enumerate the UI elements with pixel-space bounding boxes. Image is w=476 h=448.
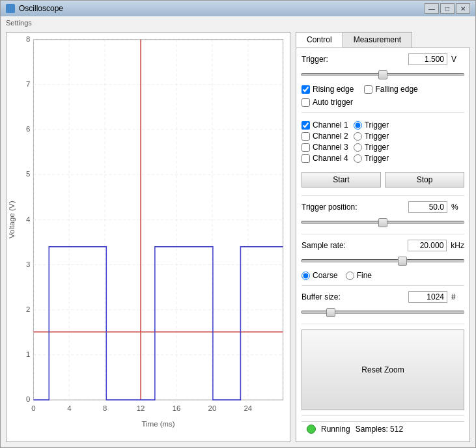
- rising-edge-item: Rising edge: [301, 85, 354, 94]
- start-stop-row: Start Stop: [301, 172, 464, 188]
- samples-label: Samples: 512: [356, 425, 403, 434]
- channel1-checkbox[interactable]: [301, 121, 310, 130]
- reset-zoom-button[interactable]: Reset Zoom: [301, 329, 464, 410]
- sample-rate-input[interactable]: [408, 240, 447, 251]
- trigger-position-thumb[interactable]: [378, 218, 387, 227]
- falling-edge-checkbox[interactable]: [364, 85, 372, 94]
- trigger-slider-thumb[interactable]: [378, 70, 387, 79]
- svg-text:Voltage (V): Voltage (V): [8, 201, 16, 238]
- fine-label: Fine: [357, 271, 372, 280]
- buffer-size-slider[interactable]: [301, 307, 464, 318]
- trigger-label: Trigger:: [301, 55, 354, 64]
- trigger3-radio[interactable]: [354, 143, 362, 152]
- trigger1-label: Trigger: [365, 120, 389, 130]
- trigger-unit: V: [451, 55, 464, 64]
- main-content: 8 7 6 5 4 3 2 1 0 0 4 8 12 16 20 24 Volt…: [1, 29, 475, 447]
- sample-rate-thumb[interactable]: [398, 257, 407, 266]
- running-label: Running: [321, 425, 350, 434]
- channel4-checkbox[interactable]: [301, 154, 310, 163]
- trigger2-radio[interactable]: [354, 132, 362, 141]
- divider-1: [301, 112, 464, 113]
- window-title: Oscilloscope: [19, 4, 63, 13]
- coarse-item: Coarse: [301, 271, 338, 280]
- svg-text:0: 0: [31, 404, 35, 412]
- window-controls: — □ ✕: [425, 3, 470, 14]
- sample-rate-unit: kHz: [451, 241, 464, 250]
- svg-text:16: 16: [173, 404, 181, 412]
- maximize-button[interactable]: □: [440, 3, 455, 14]
- tab-content-control: Trigger: V Rising edge: [296, 48, 470, 442]
- close-button[interactable]: ✕: [456, 3, 470, 14]
- divider-6: [301, 415, 464, 416]
- status-row: Running Samples: 512: [301, 421, 464, 436]
- trigger-value-input[interactable]: [408, 53, 447, 65]
- channel3-label: Channel 3: [313, 143, 348, 152]
- svg-text:12: 12: [137, 404, 145, 412]
- buffer-size-thumb[interactable]: [326, 308, 335, 317]
- sample-rate-label: Sample rate:: [301, 241, 354, 250]
- fine-radio[interactable]: [346, 272, 354, 280]
- trigger-position-row: Trigger position: %: [301, 201, 464, 213]
- tab-bar: Control Measurement: [296, 32, 470, 48]
- channel2-checkbox[interactable]: [301, 132, 310, 141]
- channel1-item: Channel 1: [301, 120, 348, 130]
- status-indicator: [307, 425, 316, 434]
- trigger-row: Trigger: V: [301, 53, 464, 65]
- tab-control[interactable]: Control: [296, 32, 343, 48]
- right-panel: Control Measurement Trigger: V: [296, 32, 470, 442]
- trigger1-item: Trigger: [354, 120, 389, 130]
- trigger2-item: Trigger: [354, 132, 389, 141]
- channel1-label: Channel 1: [313, 120, 348, 130]
- stop-button[interactable]: Stop: [385, 172, 464, 188]
- svg-text:2: 2: [26, 305, 30, 313]
- rising-edge-checkbox[interactable]: [301, 85, 310, 94]
- coarse-radio[interactable]: [301, 272, 310, 280]
- divider-3: [301, 234, 464, 234]
- channel3-item: Channel 3: [301, 143, 348, 152]
- channels-triggers: Channel 1 Channel 2 Channel 3 Chann: [301, 120, 464, 163]
- trigger1-radio[interactable]: [354, 121, 362, 130]
- title-bar-left: Oscilloscope: [6, 4, 63, 13]
- svg-text:24: 24: [244, 404, 252, 412]
- svg-text:1: 1: [26, 350, 30, 358]
- tab-measurement[interactable]: Measurement: [343, 32, 412, 48]
- title-bar: Oscilloscope — □ ✕: [1, 1, 475, 16]
- svg-text:5: 5: [26, 170, 30, 178]
- minimize-button[interactable]: —: [425, 3, 439, 14]
- sample-rate-slider[interactable]: [301, 255, 464, 267]
- chart-area: 8 7 6 5 4 3 2 1 0 0 4 8 12 16 20 24 Volt…: [6, 32, 290, 442]
- trigger-position-input[interactable]: [408, 201, 447, 213]
- divider-4: [301, 285, 464, 286]
- app-icon: [6, 4, 15, 13]
- settings-bar: Settings: [1, 16, 475, 29]
- auto-trigger-label: Auto trigger: [313, 98, 353, 107]
- svg-text:4: 4: [26, 215, 31, 223]
- settings-label: Settings: [6, 19, 32, 27]
- auto-trigger-item: Auto trigger: [301, 98, 464, 107]
- channel3-checkbox[interactable]: [301, 143, 310, 152]
- trigger-position-label: Trigger position:: [301, 203, 357, 212]
- svg-text:8: 8: [103, 404, 107, 412]
- svg-text:7: 7: [26, 80, 30, 88]
- falling-edge-label: Falling edge: [375, 85, 417, 94]
- buffer-size-unit: #: [451, 292, 464, 301]
- trigger4-item: Trigger: [354, 154, 389, 163]
- trigger-position-slider[interactable]: [301, 217, 464, 229]
- edge-checkboxes: Rising edge Falling edge: [301, 85, 464, 94]
- svg-text:20: 20: [208, 404, 217, 412]
- trigger-position-unit: %: [451, 203, 464, 212]
- divider-5: [301, 324, 464, 324]
- svg-text:Time (ms): Time (ms): [142, 419, 175, 427]
- trigger4-radio[interactable]: [354, 154, 362, 163]
- buffer-size-input[interactable]: [408, 291, 447, 303]
- trigger3-item: Trigger: [354, 143, 389, 152]
- sample-rate-track: [301, 259, 464, 262]
- channel2-item: Channel 2: [301, 132, 348, 141]
- auto-trigger-checkbox[interactable]: [301, 98, 310, 107]
- svg-text:6: 6: [26, 125, 30, 133]
- start-button[interactable]: Start: [301, 172, 381, 188]
- trigger-slider[interactable]: [301, 69, 464, 81]
- coarse-label: Coarse: [313, 271, 338, 280]
- trigger3-label: Trigger: [365, 143, 389, 152]
- channel4-label: Channel 4: [313, 154, 348, 163]
